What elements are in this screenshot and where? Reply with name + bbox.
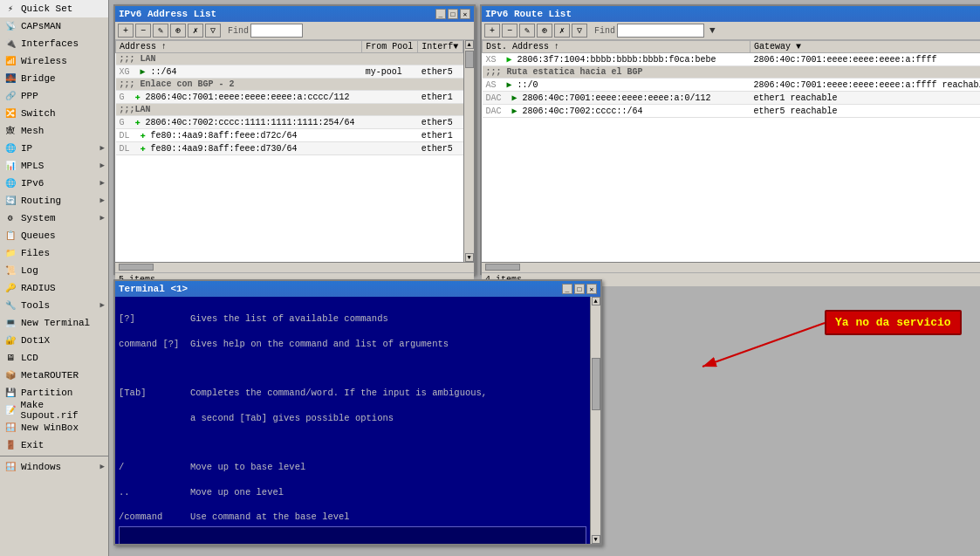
sidebar-item-bridge[interactable]: 🌉 Bridge — [0, 70, 108, 87]
sidebar-item-capsman[interactable]: 📡 CAPsMAN — [0, 17, 108, 35]
table-row[interactable]: AS ▶ ::/0 2806:40c:7001:eeee:eeee:eeee:a… — [483, 79, 981, 92]
table-row[interactable]: XS ▶ 2806:3f7:1004:bbbb:bbbb:bbbb:f0ca:b… — [483, 53, 981, 66]
sidebar-item-metarouter[interactable]: 📦 MetaROUTER — [0, 367, 108, 384]
route-copy-button[interactable]: ⊕ — [537, 24, 552, 38]
sidebar-item-ppp[interactable]: 🔗 PPP — [0, 87, 108, 105]
remove-button[interactable]: − — [135, 24, 151, 38]
route-filter-button[interactable]: ▽ — [572, 24, 587, 38]
route-bottom-row — [482, 262, 980, 272]
sidebar-item-dot1x[interactable]: 🔐 Dot1X — [0, 332, 108, 349]
terminal-title: Terminal <1> — [119, 284, 188, 294]
routing-icon: 🔄 — [3, 194, 17, 208]
partition-icon: 💾 — [3, 386, 17, 400]
system-icon: ⚙ — [3, 211, 17, 225]
close-button[interactable]: ✕ — [460, 9, 470, 19]
scroll-down-button[interactable]: ▼ — [465, 253, 474, 262]
terminal-scroll-down[interactable]: ▼ — [592, 535, 600, 544]
sidebar-item-make-supout[interactable]: 📝 Make Supout.rif — [0, 402, 108, 419]
address-table-area: Address ↑ From Pool Interf▼ ;;; LAN XG ▶… — [115, 40, 463, 262]
sidebar-item-interfaces[interactable]: 🔌 Interfaces — [0, 35, 108, 52]
scroll-thumb[interactable] — [465, 51, 474, 68]
terminal-window: Terminal <1> _ □ ✕ [?] Gives the list of… — [113, 279, 602, 546]
route-disable-button[interactable]: ✗ — [554, 24, 570, 38]
sidebar-item-radius[interactable]: 🔑 RADIUS — [0, 279, 108, 297]
find-dropdown[interactable]: ▼ — [709, 25, 716, 36]
sidebar-item-new-terminal[interactable]: 💻 New Terminal — [0, 314, 108, 332]
mpls-arrow: ▶ — [100, 161, 105, 170]
terminal-close-button[interactable]: ✕ — [586, 284, 597, 294]
sidebar-item-wireless[interactable]: 📶 Wireless — [0, 52, 108, 70]
terminal-line-tab1: [Tab] Completes the command/word. If the… — [119, 388, 487, 398]
sidebar-item-quick-set[interactable]: ⚡ Quick Set — [0, 0, 108, 17]
terminal-minimize-button[interactable]: _ — [562, 284, 572, 294]
radius-icon: 🔑 — [3, 281, 17, 295]
ppp-icon: 🔗 — [3, 89, 17, 103]
route-edit-button[interactable]: ✎ — [519, 24, 535, 38]
terminal-body[interactable]: [?] Gives the list of available commands… — [115, 297, 590, 544]
terminal-scroll-up[interactable]: ▲ — [592, 297, 600, 305]
scroll-up-button[interactable]: ▲ — [465, 40, 474, 49]
switch-icon: 🔀 — [3, 106, 17, 120]
route-hscroll-thumb[interactable] — [485, 264, 520, 271]
exit-icon: 🚪 — [3, 438, 17, 452]
disable-button[interactable]: ✗ — [188, 24, 203, 38]
sidebar-item-switch[interactable]: 🔀 Switch — [0, 105, 108, 122]
table-row[interactable]: XG ▶ ::/64 my-pool ether5 — [116, 65, 463, 79]
edit-button[interactable]: ✎ — [153, 24, 168, 38]
route-table-area: Dst. Address ↑ Gateway ▼ XS ▶ 2806:3f7:1… — [482, 40, 980, 262]
sidebar-item-tools[interactable]: 🔧 Tools ▶ — [0, 297, 108, 314]
bridge-icon: 🌉 — [3, 72, 17, 86]
table-row[interactable]: DAC ▶ 2806:40c:7001:eeee:eeee:eeee:a:0/1… — [483, 92, 981, 105]
sidebar-item-log[interactable]: 📜 Log — [0, 262, 108, 279]
files-icon: 📁 — [3, 246, 17, 260]
sidebar-item-system[interactable]: ⚙ System ▶ — [0, 209, 108, 227]
section-lan: ;;; LAN — [116, 53, 463, 65]
annotation-text: Ya no da servicio — [835, 316, 951, 329]
route-add-button[interactable]: + — [484, 24, 500, 38]
hscroll-address[interactable] — [115, 262, 474, 271]
terminal-line-cmd: /command Use command at the base level — [119, 511, 350, 522]
address-table: Address ↑ From Pool Interf▼ ;;; LAN XG ▶… — [115, 40, 463, 155]
table-container: Address ↑ From Pool Interf▼ ;;; LAN XG ▶… — [115, 40, 474, 262]
ipv6-address-list-window: IPv6 Address List _ □ ✕ + − ✎ ⊕ ✗ ▽ Find — [113, 4, 476, 275]
terminal-titlebar: Terminal <1> _ □ ✕ — [115, 281, 600, 297]
terminal-maximize-button[interactable]: □ — [574, 284, 585, 294]
ip-arrow: ▶ — [100, 143, 105, 153]
sidebar-item-windows[interactable]: 🪟 Windows ▶ — [0, 458, 108, 476]
table-row[interactable]: G ✚ 2806:40c:7002:cccc:1111:1111:1111:25… — [116, 116, 463, 129]
table-row[interactable]: DL ✚ fe80::4aa9:8aff:feee:d72c/64 ether1 — [116, 129, 463, 142]
route-find-input[interactable] — [617, 24, 704, 38]
sidebar-item-queues[interactable]: 📋 Queues — [0, 227, 108, 244]
sidebar-item-mesh[interactable]: 🕸 Mesh — [0, 122, 108, 140]
col-address: Address ↑ — [116, 41, 362, 53]
sidebar-item-exit[interactable]: 🚪 Exit — [0, 436, 108, 454]
vscroll-terminal: ▲ ▼ — [590, 297, 600, 544]
filter-button[interactable]: ▽ — [205, 24, 221, 38]
hscroll-thumb[interactable] — [119, 264, 154, 271]
table-row[interactable]: DAC ▶ 2806:40c:7002:cccc::/64 ether5 rea… — [483, 105, 981, 118]
minimize-button[interactable]: _ — [435, 9, 446, 19]
find-input[interactable] — [250, 24, 303, 38]
add-button[interactable]: + — [118, 24, 134, 38]
route-remove-button[interactable]: − — [502, 24, 517, 38]
sidebar-item-ip[interactable]: 🌐 IP ▶ — [0, 140, 108, 157]
table-row[interactable]: G ✚ 2806:40c:7001:eeee:eeee:eeee:a:cccc/… — [116, 91, 463, 104]
sidebar-item-lcd[interactable]: 🖥 LCD — [0, 349, 108, 367]
svg-line-0 — [702, 323, 825, 367]
sidebar-item-ipv6[interactable]: 🌐 IPv6 ▶ — [0, 175, 108, 192]
sidebar-item-mpls[interactable]: 📊 MPLS ▶ — [0, 157, 108, 175]
terminal-scroll-thumb[interactable] — [592, 358, 600, 410]
table-row[interactable]: DL ✚ fe80::4aa9:8aff:feee:d730/64 ether5 — [116, 142, 463, 155]
terminal-line-tab2: a second [Tab] gives possible options — [119, 413, 394, 423]
hscroll-route[interactable] — [482, 262, 980, 271]
copy-button[interactable]: ⊕ — [170, 24, 186, 38]
bottom-row — [115, 262, 474, 272]
sidebar-item-files[interactable]: 📁 Files — [0, 244, 108, 262]
metarouter-icon: 📦 — [3, 368, 17, 382]
sidebar-item-routing[interactable]: 🔄 Routing ▶ — [0, 192, 108, 209]
route-table-container: Dst. Address ↑ Gateway ▼ XS ▶ 2806:3f7:1… — [482, 40, 980, 262]
maximize-button[interactable]: □ — [448, 9, 458, 19]
col-dst: Dst. Address ↑ — [483, 41, 750, 53]
sidebar-item-new-winbox[interactable]: 🪟 New WinBox — [0, 419, 108, 436]
log-icon: 📜 — [3, 264, 17, 278]
